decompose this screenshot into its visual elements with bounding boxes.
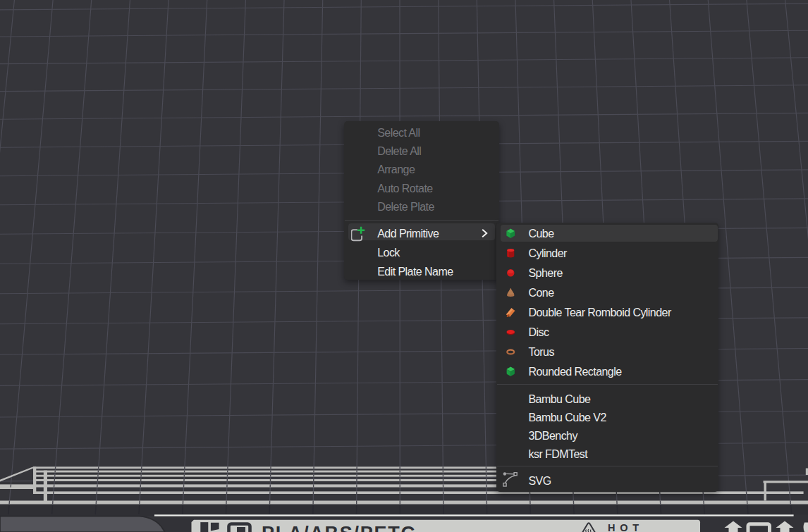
svg-text:PLA/ABS/PETG: PLA/ABS/PETG xyxy=(262,523,417,532)
svg-text:HOT: HOT xyxy=(608,522,644,532)
